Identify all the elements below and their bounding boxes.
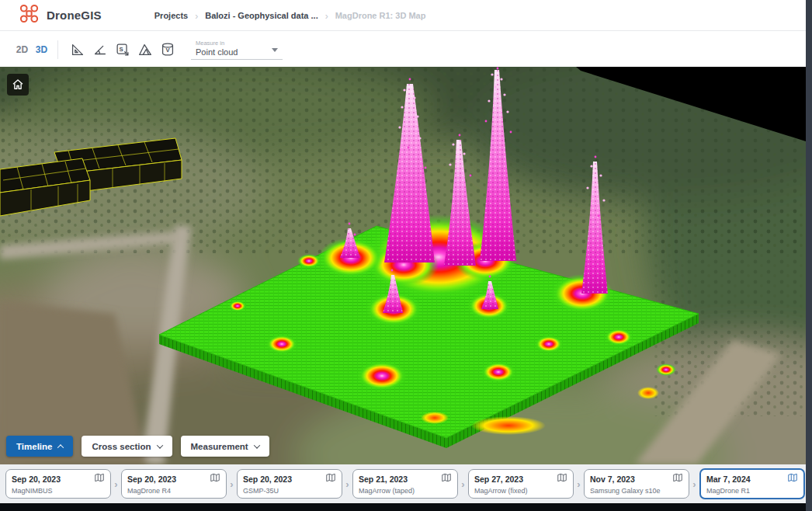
breadcrumb-projects[interactable]: Projects	[154, 11, 188, 20]
app-name: DroneGIS	[47, 9, 102, 22]
volume-cylinder-icon: V	[159, 41, 176, 58]
breadcrumb: Projects Balozi - Geophysical data ... M…	[154, 9, 426, 23]
map-icon	[94, 472, 105, 486]
map-icon	[787, 472, 798, 486]
breadcrumb-separator-icon	[195, 9, 198, 23]
card-date: Sep 20, 2023	[127, 474, 176, 484]
timeline-bar: Sep 20, 2023 MagNIMBUS Sep 20, 2023 MagD…	[0, 464, 806, 503]
timeline-card[interactable]: Nov 7, 2023 Samsung Galaxy s10e	[584, 469, 689, 499]
map-icon	[210, 472, 220, 486]
timeline-arrow-icon	[458, 477, 468, 491]
map-3d-viewport[interactable]: Timeline Cross section Measurement	[0, 67, 806, 464]
map-toolbar: 2D 3D S	[0, 32, 806, 67]
card-date: Sep 20, 2023	[12, 474, 61, 484]
drone-logo-icon	[19, 3, 40, 27]
card-device: MagArrow (fixed)	[474, 487, 567, 495]
chevron-down-icon	[272, 48, 278, 52]
dropdown-label: Measure in	[196, 40, 279, 47]
map-icon	[557, 472, 567, 486]
cross-section-label: Cross section	[92, 442, 151, 451]
timeline-card[interactable]: Sep 20, 2023 MagDrone R4	[121, 469, 227, 499]
cross-section-button[interactable]: Cross section	[82, 436, 172, 457]
chevron-down-icon	[156, 442, 162, 448]
map-panel-buttons: Timeline Cross section Measurement	[6, 436, 269, 457]
card-date: Sep 27, 2023	[474, 474, 523, 484]
card-date: Mar 7, 2024	[706, 474, 751, 484]
timeline-arrow-icon	[574, 477, 584, 491]
toolbar-divider	[57, 40, 58, 59]
card-device: MagArrow (taped)	[359, 487, 452, 495]
view-3d-button[interactable]: 3D	[32, 44, 51, 55]
card-device: MagNIMBUS	[12, 487, 105, 495]
map-icon	[325, 472, 336, 486]
chevron-down-icon	[253, 442, 259, 448]
home-view-button[interactable]	[7, 74, 29, 96]
breadcrumb-project-name[interactable]: Balozi - Geophysical data ...	[205, 11, 318, 20]
breadcrumb-separator-icon	[325, 9, 328, 23]
dronegis-app: DroneGIS Projects Balozi - Geophysical d…	[0, 0, 806, 503]
svg-text:V: V	[165, 47, 170, 54]
card-date: Sep 20, 2023	[243, 474, 292, 484]
angle-icon	[92, 41, 109, 58]
top-header: DroneGIS Projects Balozi - Geophysical d…	[0, 0, 806, 31]
map-icon	[672, 472, 683, 486]
app-logo[interactable]: DroneGIS	[19, 3, 102, 27]
app-window: DroneGIS Projects Balozi - Geophysical d…	[0, 0, 812, 511]
chevron-up-icon	[57, 444, 64, 450]
area-mountain-icon	[137, 41, 154, 58]
measure-angle-button[interactable]	[88, 38, 111, 61]
card-device: MagDrone R1	[706, 487, 798, 495]
measure-volume-button[interactable]: V	[156, 38, 179, 61]
view-2d-button[interactable]: 2D	[12, 44, 32, 55]
measurement-button[interactable]: Measurement	[181, 436, 269, 457]
card-date: Nov 7, 2023	[590, 474, 635, 484]
card-date: Sep 21, 2023	[359, 474, 408, 484]
svg-text:S: S	[119, 45, 123, 52]
timeline-toggle-button[interactable]: Timeline	[6, 436, 73, 457]
measure-area-button[interactable]	[134, 38, 156, 61]
card-device: Samsung Galaxy s10e	[590, 487, 683, 495]
timeline-arrow-icon	[227, 477, 237, 491]
set-square-icon	[69, 41, 86, 58]
measurement-label: Measurement	[191, 442, 248, 451]
timeline-arrow-icon	[111, 477, 121, 491]
timeline-card-selected[interactable]: Mar 7, 2024 MagDrone R1	[699, 468, 805, 499]
map-icon	[441, 472, 452, 486]
measure-surface-button[interactable]: S	[111, 38, 134, 61]
aerial-scene	[0, 67, 806, 464]
timeline-card[interactable]: Sep 20, 2023 MagNIMBUS	[5, 469, 111, 499]
measure-distance-button[interactable]	[66, 38, 88, 61]
timeline-arrow-icon	[342, 477, 352, 491]
card-device: MagDrone R4	[127, 487, 220, 495]
home-icon	[11, 78, 25, 92]
card-device: GSMP-35U	[243, 487, 336, 495]
timeline-card[interactable]: Sep 20, 2023 GSMP-35U	[237, 469, 342, 499]
timeline-card[interactable]: Sep 21, 2023 MagArrow (taped)	[352, 469, 458, 499]
timeline-card[interactable]: Sep 27, 2023 MagArrow (fixed)	[468, 469, 574, 499]
window-right-edge	[806, 0, 812, 511]
timeline-button-label: Timeline	[16, 442, 52, 451]
breadcrumb-current-page: MagDrone R1: 3D Map	[335, 11, 426, 20]
timeline-arrow-icon	[689, 477, 699, 491]
dropdown-value: Point cloud	[196, 47, 279, 57]
surface-s-icon: S	[114, 41, 131, 58]
measure-in-dropdown[interactable]: Measure in Point cloud	[191, 39, 283, 60]
